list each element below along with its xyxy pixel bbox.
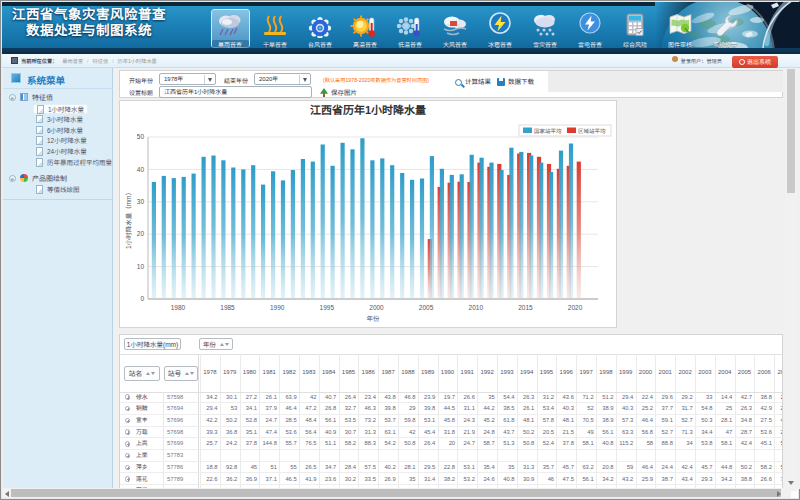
svg-text:2020: 2020 [568,304,583,311]
svg-text:2015: 2015 [518,304,533,311]
svg-text:0: 0 [140,295,144,302]
svg-text:2010: 2010 [469,304,484,311]
svg-text:江西省历年1小时降水量: 江西省历年1小时降水量 [310,104,426,116]
svg-text:50: 50 [137,133,145,140]
svg-text:1985: 1985 [220,304,235,311]
svg-text:10: 10 [137,263,145,270]
svg-text:1980: 1980 [171,304,186,311]
svg-text:1990: 1990 [270,304,285,311]
svg-text:2000: 2000 [369,304,384,311]
svg-text:1995: 1995 [320,304,335,311]
svg-text:30: 30 [137,198,145,205]
svg-text:1小时降水量（mm）: 1小时降水量（mm） [125,189,132,249]
svg-text:区域站平均: 区域站平均 [578,128,606,134]
svg-text:年份: 年份 [367,315,381,322]
svg-text:2005: 2005 [419,304,434,311]
svg-text:20: 20 [137,230,145,237]
svg-text:国家站平均: 国家站平均 [534,128,562,134]
svg-text:40: 40 [137,166,145,173]
